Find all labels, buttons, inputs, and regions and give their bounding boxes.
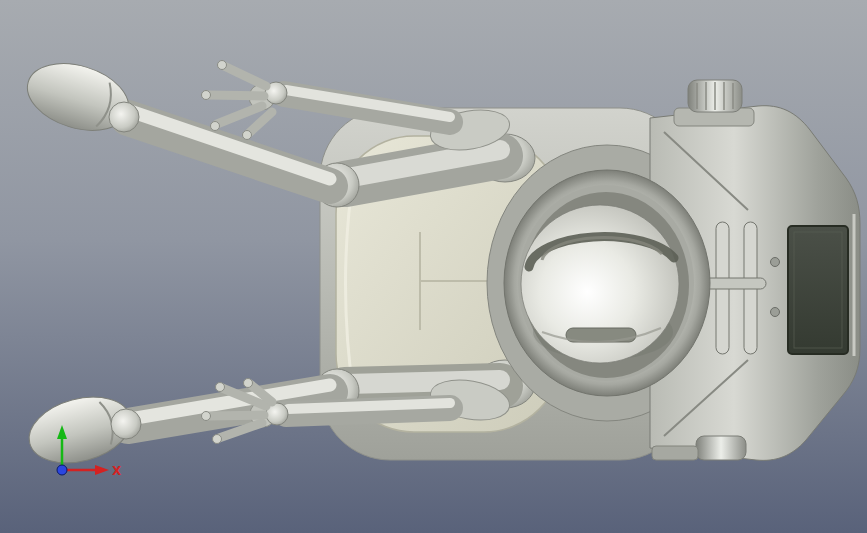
lower-arm-highlight [288,403,450,409]
crossbar [702,278,766,289]
upper-ankle-joint [109,102,139,132]
screw [771,308,780,317]
fingertip [216,383,225,392]
fingertip [218,61,227,70]
fingertip [202,412,211,421]
bottom-cylinder [696,436,746,460]
bottom-step [652,446,698,460]
x-axis-label: X [112,464,122,478]
origin-dot [57,465,67,475]
finger-segment [208,95,264,96]
fingertip [244,379,253,388]
fingertip [213,435,222,444]
fingertip [243,131,252,140]
lower-ankle-joint [111,409,141,439]
viewport-canvas[interactable]: X [0,0,867,533]
finger-segment [208,415,264,416]
dark-inset-panel [788,226,848,354]
fingertip [202,91,211,100]
cad-viewport[interactable]: X [0,0,867,533]
screw [771,258,780,267]
fingertip [211,122,220,131]
